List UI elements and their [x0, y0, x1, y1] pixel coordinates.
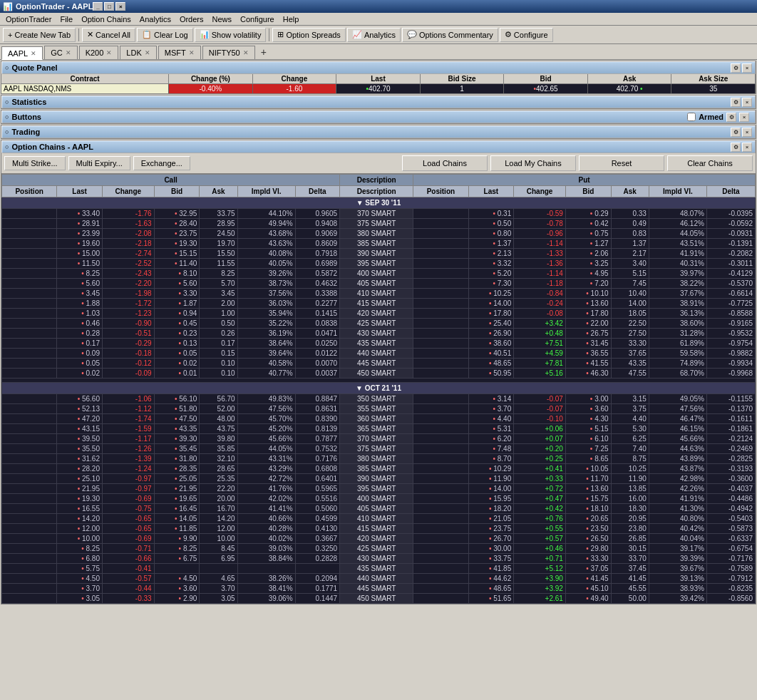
- clear-log-button[interactable]: 📋 Clear Log: [137, 28, 193, 42]
- table-row[interactable]: • 3.70-0.44• 3.603.7038.41%0.1771445 SMA…: [2, 584, 756, 594]
- show-volatility-button[interactable]: 📊 Show volatility: [195, 28, 267, 42]
- table-row[interactable]: • 5.60-2.20• 5.605.7038.73%0.4632405 SMA…: [2, 279, 756, 289]
- tab-gc[interactable]: GC ✕: [44, 46, 78, 59]
- tab-k200[interactable]: K200 ✕: [79, 46, 119, 59]
- multi-expiry-button[interactable]: Multi Expiry...: [68, 156, 130, 170]
- tab-ldk[interactable]: LDK ✕: [120, 46, 156, 59]
- table-row[interactable]: • 28.91-1.63• 28.4028.9549.94%0.9408375 …: [2, 219, 756, 229]
- options-commentary-button[interactable]: 💬 Options Commentary: [402, 28, 498, 42]
- cell-6: 0.0250: [295, 339, 340, 349]
- table-row[interactable]: • 31.62-1.39• 31.8032.1043.31%0.7176380 …: [2, 454, 756, 464]
- buttons-header[interactable]: ○ Buttons Armed ⚙ ×: [1, 110, 756, 123]
- trading-header[interactable]: ○ Trading ⚙ ×: [1, 125, 756, 138]
- tab-gc-close[interactable]: ✕: [66, 49, 71, 56]
- menu-file[interactable]: File: [56, 14, 77, 24]
- menu-analytics[interactable]: Analytics: [135, 14, 175, 24]
- quote-panel-close[interactable]: ×: [742, 63, 752, 73]
- menu-configure[interactable]: Configure: [236, 14, 279, 24]
- buttons-close[interactable]: ×: [739, 113, 749, 122]
- table-row[interactable]: • 0.28-0.51• 0.230.2636.19%0.0471430 SMA…: [2, 329, 756, 339]
- table-row[interactable]: • 0.17-0.29• 0.130.1738.64%0.0250435 SMA…: [2, 339, 756, 349]
- table-row[interactable]: • 1.88-1.72• 1.872.0036.03%0.2277415 SMA…: [2, 299, 756, 309]
- stats-settings[interactable]: ⚙: [731, 98, 741, 107]
- table-row[interactable]: • 3.05-0.33• 2.903.0539.06%0.1447450 SMA…: [2, 594, 756, 604]
- configure-button[interactable]: ⚙ Configure: [500, 28, 553, 42]
- trading-settings[interactable]: ⚙: [731, 128, 741, 137]
- tab-nifty50[interactable]: NIFTY50 ✕: [202, 46, 255, 59]
- menu-optiontrader[interactable]: OptionTrader: [1, 14, 56, 24]
- reset-button[interactable]: Reset: [579, 155, 664, 171]
- table-row[interactable]: • 16.55-0.75• 16.4516.7041.41%0.5060405 …: [2, 504, 756, 514]
- table-row[interactable]: • 33.40-1.76• 32.9533.7544.10%0.9605370 …: [2, 209, 756, 219]
- table-row[interactable]: • 0.09-0.18• 0.050.1539.64%0.0122440 SMA…: [2, 349, 756, 359]
- load-chains-button[interactable]: Load Chains: [402, 155, 488, 171]
- table-row[interactable]: • 4.50-0.57• 4.504.6538.26%0.2094440 SMA…: [2, 574, 756, 584]
- table-row[interactable]: • 0.02-0.09• 0.010.1040.77%0.0037450 SMA…: [2, 369, 756, 379]
- buttons-settings[interactable]: ⚙: [726, 113, 736, 122]
- table-row[interactable]: • 6.80-0.66• 6.756.9538.84%0.2828430 SMA…: [2, 554, 756, 564]
- table-row[interactable]: • 25.10-0.97• 25.0525.3542.72%0.6401390 …: [2, 474, 756, 484]
- table-row[interactable]: • 19.60-2.18• 19.3019.7043.63%0.8609385 …: [2, 239, 756, 249]
- table-row[interactable]: • 3.45-1.98• 3.303.4537.56%0.3388410 SMA…: [2, 289, 756, 299]
- table-row[interactable]: • 19.30-0.69• 19.6520.0042.02%0.5516400 …: [2, 494, 756, 504]
- table-row[interactable]: • 23.99-2.08• 23.7524.5043.68%0.9069380 …: [2, 229, 756, 239]
- create-new-tab-button[interactable]: + Create New Tab: [3, 28, 76, 42]
- tab-msft-close[interactable]: ✕: [189, 49, 195, 56]
- tab-msft[interactable]: MSFT ✕: [158, 46, 201, 59]
- table-row[interactable]: • 21.95-0.97• 21.9522.2041.76%0.5965395 …: [2, 484, 756, 494]
- cancel-all-button[interactable]: ✕ Cancel All: [82, 28, 135, 42]
- tab-nifty50-close[interactable]: ✕: [243, 49, 249, 56]
- cell-12: 10.25: [611, 464, 649, 474]
- clear-chains-button[interactable]: Clear Chains: [667, 155, 753, 171]
- multi-strike-button[interactable]: Multi Strike...: [4, 156, 66, 170]
- table-row[interactable]: • 43.15-1.59• 43.3543.7545.20%0.8139365 …: [2, 424, 756, 434]
- table-row[interactable]: • 5.75-0.41435 SMART• 41.85+5.12• 37.053…: [2, 564, 756, 574]
- table-row[interactable]: • 1.03-1.23• 0.941.0035.94%0.1415420 SMA…: [2, 309, 756, 319]
- table-row[interactable]: • 56.60-1.06• 56.1056.7049.83%0.8847350 …: [2, 394, 756, 404]
- table-row[interactable]: • 28.20-1.24• 28.3528.6543.29%0.6808385 …: [2, 464, 756, 474]
- table-row[interactable]: • 8.25-2.43• 8.108.2539.26%0.5872400 SMA…: [2, 269, 756, 279]
- quote-panel-header[interactable]: ○ Quote Panel ⚙ ×: [1, 61, 756, 74]
- table-row[interactable]: • 10.00-0.69• 9.9010.0040.02%0.3667420 S…: [2, 534, 756, 544]
- menu-option-chains[interactable]: Option Chains: [77, 14, 135, 24]
- table-row[interactable]: • 14.20-0.65• 14.0514.2040.66%0.4599410 …: [2, 514, 756, 524]
- table-row[interactable]: • 52.13-1.12• 51.8052.0047.56%0.8631355 …: [2, 404, 756, 414]
- maximize-btn[interactable]: □: [104, 2, 114, 11]
- menu-orders[interactable]: Orders: [175, 14, 208, 24]
- table-row[interactable]: • 0.46-0.90• 0.450.5035.22%0.0838425 SMA…: [2, 319, 756, 329]
- chains-close[interactable]: ×: [742, 143, 752, 152]
- load-my-chains-button[interactable]: Load My Chains: [490, 155, 576, 171]
- add-tab-button[interactable]: +: [257, 45, 271, 59]
- armed-checkbox[interactable]: [687, 113, 696, 121]
- chains-settings[interactable]: ⚙: [731, 143, 741, 152]
- option-chains-header[interactable]: ○ Option Chains - AAPL ⚙ ×: [1, 140, 756, 153]
- cell-3: • 0.01: [154, 369, 200, 379]
- table-row[interactable]: • 0.05-0.12• 0.020.1040.58%0.0070445 SMA…: [2, 359, 756, 369]
- table-row[interactable]: • 15.00-2.74• 15.1515.5040.08%0.7918390 …: [2, 249, 756, 259]
- tab-aapl[interactable]: AAPL ✕: [1, 46, 43, 60]
- option-spreads-button[interactable]: ⊞ Option Spreads: [272, 28, 345, 42]
- close-btn[interactable]: ×: [115, 2, 125, 11]
- table-row[interactable]: • 8.25-0.71• 8.258.4539.03%0.3250425 SMA…: [2, 544, 756, 554]
- table-row[interactable]: • 12.00-0.65• 11.8512.0040.28%0.4130415 …: [2, 524, 756, 534]
- tab-ldk-close[interactable]: ✕: [145, 49, 150, 56]
- exchange-button[interactable]: Exchange...: [133, 156, 190, 170]
- table-row[interactable]: • 47.20-1.74• 47.5048.0045.70%0.8390360 …: [2, 414, 756, 424]
- minimize-btn[interactable]: _: [93, 2, 103, 11]
- table-row[interactable]: • 39.50-1.17• 39.3039.8045.66%0.7877370 …: [2, 434, 756, 444]
- table-row[interactable]: • 35.50-1.26• 35.4535.8544.05%0.7532375 …: [2, 444, 756, 454]
- analytics-button[interactable]: 📈 Analytics: [347, 28, 401, 42]
- cell-7: 370 SMART: [340, 434, 413, 444]
- tab-aapl-close[interactable]: ✕: [31, 50, 36, 57]
- stats-close[interactable]: ×: [742, 98, 752, 107]
- tab-k200-close[interactable]: ✕: [106, 49, 112, 56]
- cell-9: • 33.75: [468, 554, 514, 564]
- menu-help[interactable]: Help: [279, 14, 304, 24]
- table-row[interactable]: • 11.50-2.52• 11.4011.5540.05%0.6989395 …: [2, 259, 756, 269]
- statistics-header[interactable]: ○ Statistics ⚙ ×: [1, 96, 756, 108]
- trading-close[interactable]: ×: [742, 128, 752, 137]
- quote-panel-settings[interactable]: ⚙: [731, 63, 741, 73]
- menu-news[interactable]: News: [208, 14, 237, 24]
- cell-4: 0.17: [200, 339, 237, 349]
- options-table-container[interactable]: Call Description Put Position Last Chang…: [1, 174, 756, 604]
